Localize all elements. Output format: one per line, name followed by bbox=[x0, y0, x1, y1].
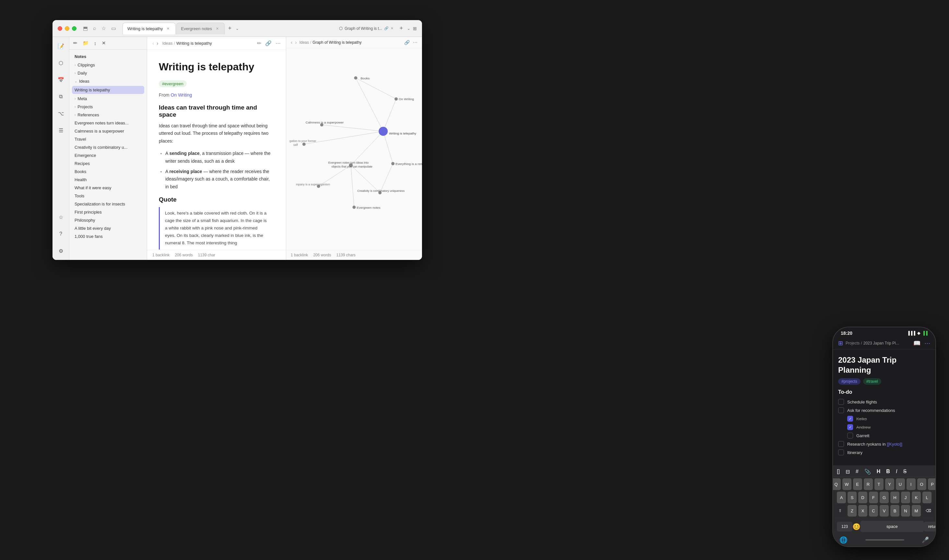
sidebar-item-calmness[interactable]: Calmness is a superpower bbox=[69, 127, 147, 135]
note-bullets: A sending place, a transmission place — … bbox=[165, 150, 274, 191]
icon-question[interactable]: ? bbox=[56, 229, 66, 239]
graph-tab-close[interactable]: ✕ bbox=[391, 26, 394, 31]
char-count: 1139 char bbox=[198, 253, 215, 257]
add-tab-button[interactable]: + bbox=[225, 24, 234, 33]
fullscreen-button[interactable] bbox=[72, 26, 77, 31]
tab1-close-button[interactable]: ✕ bbox=[166, 26, 171, 31]
sidebar-item-recipes[interactable]: Recipes bbox=[69, 160, 147, 168]
svg-text:Writing is telepathy: Writing is telepathy bbox=[389, 132, 416, 135]
icon-layers[interactable]: ⧉ bbox=[56, 91, 66, 102]
sidebar-item-ideas[interactable]: ⌄ Ideas bbox=[69, 77, 147, 85]
star-icon[interactable]: ☆ bbox=[102, 25, 106, 31]
svg-line-0 bbox=[355, 78, 383, 132]
note-title: Writing is telepathy bbox=[159, 60, 274, 74]
svg-text:Calmness is a superpower: Calmness is a superpower bbox=[306, 120, 344, 124]
paragraph1: Ideas can travel through time and space … bbox=[159, 122, 274, 145]
bullet2-bold: receiving place bbox=[169, 169, 202, 174]
svg-line-9 bbox=[355, 78, 396, 99]
sidebar-item-health[interactable]: Health bbox=[69, 175, 147, 184]
graph-add-tab-button[interactable]: + bbox=[397, 24, 406, 33]
icon-calendar[interactable]: 📅 bbox=[56, 75, 66, 85]
graph-link-icon[interactable]: 🔗 bbox=[404, 40, 410, 45]
graph-chevron-icon[interactable]: ⌄ bbox=[407, 26, 410, 31]
sidebar-item-books[interactable]: Books bbox=[69, 168, 147, 175]
main-content: 📝 ⬡ 📅 ⧉ ⌥ ☰ ☆ ? ⚙ ✏ 📁 ↕ ✕ Notes › Clippi… bbox=[52, 37, 422, 260]
svg-line-2 bbox=[322, 125, 383, 131]
sidebar-item-daily[interactable]: › Daily bbox=[69, 69, 147, 77]
close-sidebar-icon[interactable]: ✕ bbox=[102, 40, 106, 46]
minimize-button[interactable] bbox=[65, 26, 69, 31]
link-icon[interactable]: 🔗 bbox=[265, 40, 272, 46]
edit-icon[interactable]: ✏ bbox=[257, 40, 261, 46]
svg-point-31 bbox=[353, 206, 356, 209]
layout-icon[interactable]: ⊞ bbox=[413, 26, 417, 31]
graph-forward-button[interactable]: › bbox=[295, 40, 297, 45]
sidebar-item-true-fans[interactable]: 1,000 true fans bbox=[69, 232, 147, 240]
sidebar-item-tools[interactable]: Tools bbox=[69, 192, 147, 200]
sidebar-item-writing-is-telepathy[interactable]: Writing is telepathy bbox=[72, 86, 144, 94]
sort-icon[interactable]: ↕ bbox=[94, 40, 97, 46]
sidebar-item-travel[interactable]: Travel bbox=[69, 135, 147, 143]
sidebar-item-projects[interactable]: › Projects bbox=[69, 103, 147, 111]
back-button[interactable]: ‹ bbox=[152, 40, 154, 46]
graph-svg: Books On Writing Calmness is a superpowe… bbox=[286, 48, 422, 250]
svg-text:gation to your former: gation to your former bbox=[289, 139, 316, 143]
sidebar-item-what-if[interactable]: What if it were easy bbox=[69, 184, 147, 192]
note-quote: Look, here's a table covered with red cl… bbox=[159, 207, 274, 249]
graph-tab-link-icon[interactable]: 🔗 bbox=[384, 26, 389, 31]
tab-evergreen-notes[interactable]: Evergreen notes ✕ bbox=[176, 23, 225, 34]
forward-button[interactable]: › bbox=[157, 40, 158, 46]
close-button[interactable] bbox=[58, 26, 62, 31]
svg-line-1 bbox=[383, 99, 396, 131]
graph-more-icon[interactable]: ⋯ bbox=[413, 40, 417, 45]
backlinks-count[interactable]: 1 backlink bbox=[152, 253, 169, 257]
svg-text:Evergreen notes: Evergreen notes bbox=[357, 206, 380, 209]
note-tag[interactable]: #evergreen bbox=[159, 80, 187, 87]
sidebar-item-specialization[interactable]: Specialization is for insects bbox=[69, 200, 147, 208]
graph-footer: 1 backlink 206 words 1139 chars bbox=[286, 250, 422, 260]
icon-settings[interactable]: ⚙ bbox=[56, 246, 66, 256]
graph-back-button[interactable]: ‹ bbox=[291, 40, 292, 45]
bullet-1: A sending place, a transmission place — … bbox=[165, 150, 274, 165]
tab-chevron-icon[interactable]: ⌄ bbox=[235, 26, 239, 31]
graph-backlinks[interactable]: 1 backlink bbox=[291, 253, 308, 257]
section1-heading: Ideas can travel through time and space bbox=[159, 104, 274, 118]
tab2-close-button[interactable]: ✕ bbox=[215, 26, 220, 31]
icon-note[interactable]: 📝 bbox=[56, 41, 66, 51]
compose-icon[interactable]: ✏ bbox=[73, 40, 77, 46]
graph-pane: ‹ › Ideas / Graph of Writing is telepath… bbox=[286, 37, 422, 260]
svg-text:Creativity is combinatory uniq: Creativity is combinatory uniqueness bbox=[357, 189, 405, 192]
editor-nav: ‹ › bbox=[152, 40, 158, 46]
icon-star-sidebar[interactable]: ☆ bbox=[56, 212, 66, 222]
sidebar-item-emergence[interactable]: Emergence bbox=[69, 151, 147, 160]
chevron-icon: › bbox=[75, 105, 75, 109]
editor-content[interactable]: Writing is telepathy #evergreen From On … bbox=[147, 50, 286, 250]
open-icon[interactable]: 📁 bbox=[83, 40, 89, 46]
icon-graph[interactable]: ⬡ bbox=[56, 58, 66, 68]
svg-text:objects that you can manipulat: objects that you can manipulate bbox=[332, 165, 372, 168]
search-icon[interactable]: ⌕ bbox=[93, 25, 96, 31]
sidebar-item-evergreen[interactable]: Evergreen notes turn ideas... bbox=[69, 119, 147, 127]
tab-writing-is-telepathy[interactable]: Writing is telepathy ✕ bbox=[123, 23, 176, 34]
from-link[interactable]: On Writing bbox=[171, 92, 192, 97]
breadcrumb: Ideas / Writing is telepathy bbox=[162, 41, 212, 46]
sidebar-item-philosophy[interactable]: Philosophy bbox=[69, 216, 147, 224]
sidebar-toggle-icon[interactable]: ▭ bbox=[111, 25, 116, 31]
sidebar-item-meta[interactable]: › Meta bbox=[69, 95, 147, 103]
sidebar-item-references[interactable]: › References bbox=[69, 111, 147, 119]
sidebar-item-clippings[interactable]: › Clippings bbox=[69, 61, 147, 69]
chevron-icon: › bbox=[75, 63, 75, 67]
folder-icon[interactable]: ⬒ bbox=[83, 25, 88, 31]
sidebar-left-icons: 📝 ⬡ 📅 ⧉ ⌥ ☰ ☆ ? ⚙ bbox=[52, 37, 69, 260]
editor-actions: ✏ 🔗 ⋯ bbox=[257, 40, 281, 46]
graph-content[interactable]: Books On Writing Calmness is a superpowe… bbox=[286, 48, 422, 250]
editor-toolbar: ‹ › Ideas / Writing is telepathy ✏ 🔗 ⋯ bbox=[147, 37, 286, 50]
sidebar-item-little-bit[interactable]: A little bit every day bbox=[69, 224, 147, 232]
traffic-lights bbox=[58, 26, 77, 31]
more-icon[interactable]: ⋯ bbox=[275, 40, 281, 46]
icon-list[interactable]: ☰ bbox=[56, 125, 66, 135]
icon-branch[interactable]: ⌥ bbox=[56, 108, 66, 118]
sidebar-item-creativity[interactable]: Creativity is combinatory u... bbox=[69, 143, 147, 151]
note-from: From On Writing bbox=[159, 92, 274, 97]
sidebar-item-first-principles[interactable]: First principles bbox=[69, 208, 147, 216]
